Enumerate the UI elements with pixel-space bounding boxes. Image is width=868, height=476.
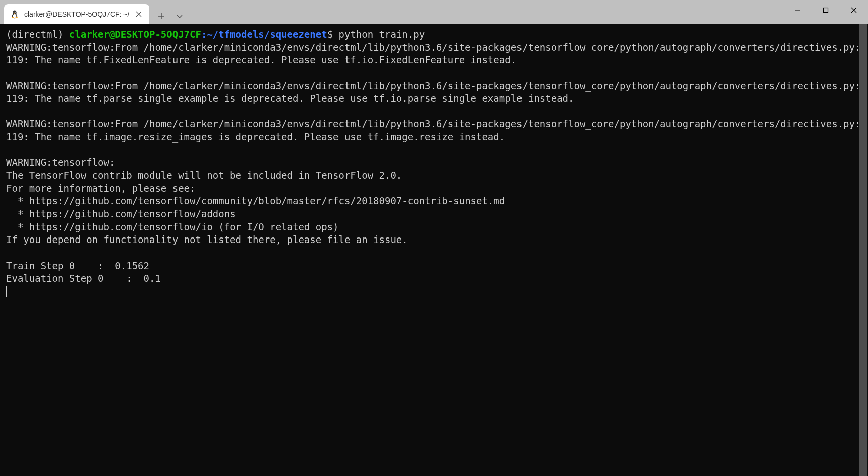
- output-warning-1: WARNING:tensorflow:From /home/clarker/mi…: [6, 42, 860, 66]
- tab-dropdown-button[interactable]: [171, 8, 188, 24]
- scrollbar-thumb[interactable]: [859, 24, 867, 476]
- prompt-command: python train.py: [339, 29, 425, 40]
- scrollbar[interactable]: [859, 24, 868, 476]
- prompt-path: ~/tfmodels/squeezenet: [207, 29, 327, 40]
- output-more-info: For more information, please see:: [6, 183, 196, 194]
- prompt-colon: :: [201, 29, 207, 40]
- linux-penguin-icon: [10, 10, 19, 19]
- svg-point-8: [16, 17, 18, 18]
- tabs-area: clarker@DESKTOP-5OQJ7CF: ~/: [0, 0, 188, 24]
- terminal-cursor: [6, 286, 7, 297]
- output-issue-msg: If you depend on functionality not liste…: [6, 234, 408, 245]
- output-warning-4: WARNING:tensorflow:: [6, 157, 115, 168]
- tab-close-button[interactable]: [134, 10, 143, 19]
- output-contrib-msg: The TensorFlow contrib module will not b…: [6, 170, 402, 181]
- minimize-button[interactable]: [784, 0, 812, 20]
- svg-rect-14: [824, 8, 828, 13]
- output-warning-2: WARNING:tensorflow:From /home/clarker/mi…: [6, 80, 860, 104]
- output-link-1: * https://github.com/tensorflow/communit…: [6, 195, 505, 206]
- svg-point-7: [12, 17, 14, 18]
- output-link-3: * https://github.com/tensorflow/io (for …: [6, 221, 338, 232]
- maximize-button[interactable]: [812, 0, 840, 20]
- output-link-2: * https://github.com/tensorflow/addons: [6, 208, 236, 219]
- output-train-step: Train Step 0 : 0.1562: [6, 260, 149, 271]
- output-warning-3: WARNING:tensorflow:From /home/clarker/mi…: [6, 118, 860, 142]
- new-tab-button[interactable]: [153, 8, 169, 24]
- output-eval-step: Evaluation Step 0 : 0.1: [6, 273, 161, 284]
- window-controls: [784, 0, 868, 20]
- terminal-content[interactable]: (directml) clarker@DESKTOP-5OQJ7CF:~/tfm…: [0, 24, 868, 476]
- prompt-user-host: clarker@DESKTOP-5OQJ7CF: [69, 29, 201, 40]
- prompt-env: (directml): [6, 29, 69, 40]
- tab-title: clarker@DESKTOP-5OQJ7CF: ~/: [24, 10, 129, 18]
- svg-point-6: [15, 12, 16, 13]
- titlebar: clarker@DESKTOP-5OQJ7CF: ~/: [0, 0, 868, 24]
- close-window-button[interactable]: [840, 0, 868, 20]
- svg-point-5: [14, 12, 14, 13]
- prompt-dollar: $: [327, 29, 339, 40]
- terminal-tab[interactable]: clarker@DESKTOP-5OQJ7CF: ~/: [4, 4, 149, 24]
